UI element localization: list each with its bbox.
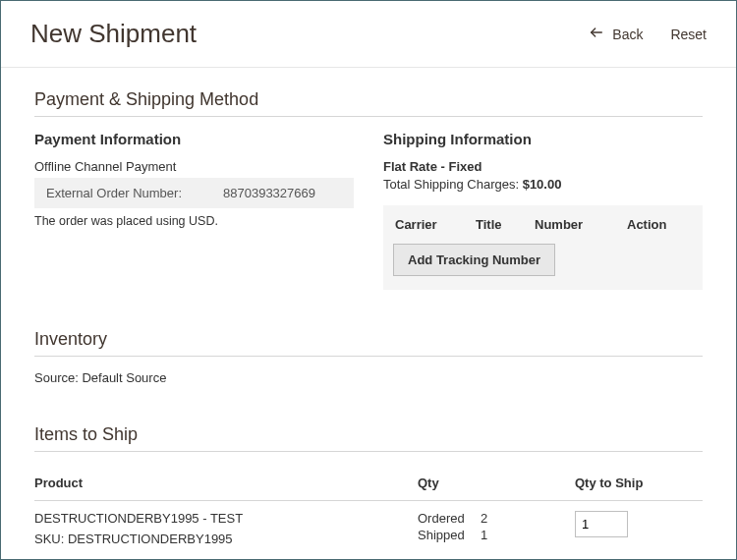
page-header: New Shipment Back Reset <box>1 1 736 68</box>
shipping-method: Flat Rate - Fixed <box>383 159 703 174</box>
currency-note: The order was placed using USD. <box>34 214 354 228</box>
qty-to-ship-input[interactable] <box>575 511 628 537</box>
payment-method: Offline Channel Payment <box>34 159 354 174</box>
external-order-value: 8870393327669 <box>223 186 342 200</box>
th-qty-to-ship: Qty to Ship <box>575 466 703 501</box>
payment-info-title: Payment Information <box>34 131 354 147</box>
th-product: Product <box>34 466 418 501</box>
external-order-label: External Order Number: <box>46 186 223 200</box>
th-number: Number <box>535 217 627 232</box>
shipping-charges: Total Shipping Charges: $10.00 <box>383 177 703 192</box>
external-order-row: External Order Number: 8870393327669 <box>34 178 354 208</box>
shipping-info-title: Shipping Information <box>383 131 703 147</box>
section-title-items: Items to Ship <box>34 424 703 452</box>
tracking-header-row: Carrier Title Number Action <box>393 205 693 244</box>
items-table: Product Qty Qty to Ship DESTRUCTIONDERBY… <box>34 466 703 546</box>
qty-ordered-label: Ordered <box>418 511 477 526</box>
th-carrier: Carrier <box>395 217 476 232</box>
inventory-source: Source: Default Source <box>34 370 703 385</box>
th-action: Action <box>627 217 691 232</box>
qty-ordered-line: Ordered 2 <box>418 511 575 526</box>
header-actions: Back Reset <box>589 25 707 43</box>
back-label: Back <box>612 27 643 42</box>
back-arrow-icon <box>589 25 604 43</box>
sku-label: SKU: <box>34 532 68 546</box>
product-name: DESTRUCTIONDERBY1995 - TEST <box>34 511 418 526</box>
inventory-source-value: Default Source <box>82 370 166 385</box>
sku-value: DESTRUCTIONDERBY1995 <box>68 532 233 546</box>
qty-shipped-value: 1 <box>481 528 487 542</box>
reset-button[interactable]: Reset <box>670 27 707 42</box>
add-tracking-button[interactable]: Add Tracking Number <box>393 244 555 276</box>
table-row: DESTRUCTIONDERBY1995 - TEST SKU: DESTRUC… <box>34 501 703 547</box>
back-button[interactable]: Back <box>589 25 643 43</box>
inventory-source-label: Source: <box>34 370 82 385</box>
qty-ordered-value: 2 <box>481 511 487 526</box>
shipping-info-block: Shipping Information Flat Rate - Fixed T… <box>383 131 703 290</box>
shipping-charges-label: Total Shipping Charges: <box>383 177 523 192</box>
qty-shipped-label: Shipped <box>418 528 477 542</box>
shipping-charges-value: $10.00 <box>523 177 562 192</box>
qty-shipped-line: Shipped 1 <box>418 528 575 542</box>
product-sku-line: SKU: DESTRUCTIONDERBY1995 <box>34 532 418 546</box>
page-title: New Shipment <box>30 19 197 49</box>
section-title-payment-shipping: Payment & Shipping Method <box>34 89 703 117</box>
th-title: Title <box>476 217 535 232</box>
section-title-inventory: Inventory <box>34 329 703 357</box>
payment-info-block: Payment Information Offline Channel Paym… <box>34 131 354 290</box>
tracking-panel: Carrier Title Number Action Add Tracking… <box>383 205 703 290</box>
th-qty: Qty <box>418 466 575 501</box>
